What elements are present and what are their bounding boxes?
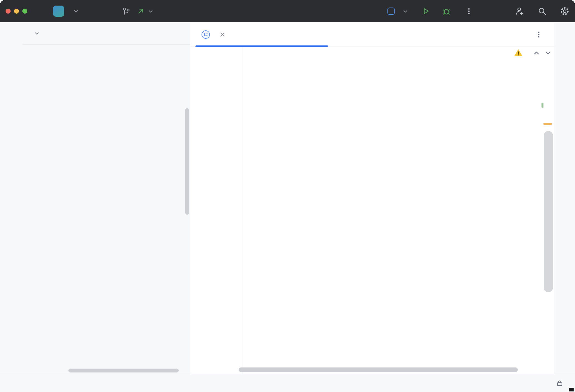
project-panel xyxy=(23,22,190,374)
run-configuration-selector[interactable] xyxy=(387,8,408,15)
project-tree-vertical-scrollbar[interactable] xyxy=(185,108,189,215)
previous-problem-icon[interactable] xyxy=(532,49,541,57)
maximize-window-button[interactable] xyxy=(22,9,27,14)
error-stripe-mark-warning xyxy=(543,123,552,125)
resize-grip xyxy=(569,388,574,391)
branch-widget[interactable] xyxy=(122,0,154,22)
arrow-up-right-icon xyxy=(137,8,144,15)
readonly-lock-icon[interactable] xyxy=(556,379,563,387)
warning-icon[interactable] xyxy=(514,49,523,58)
project-tree-horizontal-scrollbar[interactable] xyxy=(68,369,179,372)
more-vertical-icon[interactable] xyxy=(465,7,473,15)
editor-tab[interactable]: C xyxy=(195,22,232,47)
chevron-down-icon[interactable] xyxy=(148,8,154,14)
add-user-icon[interactable] xyxy=(515,6,524,16)
close-window-button[interactable] xyxy=(6,9,11,14)
run-button[interactable] xyxy=(422,7,430,15)
project-panel-header xyxy=(23,22,190,45)
ide-window: C xyxy=(0,0,575,392)
next-problem-icon[interactable] xyxy=(544,49,552,57)
gutter-separator xyxy=(243,47,243,374)
chevron-down-icon[interactable] xyxy=(34,30,40,37)
editor-options-kebab-icon[interactable] xyxy=(535,30,543,39)
code-area[interactable] xyxy=(190,47,554,374)
class-icon: C xyxy=(202,30,210,39)
error-stripe-mark-green xyxy=(542,103,543,108)
chevron-down-icon xyxy=(402,8,408,14)
close-tab-icon[interactable] xyxy=(219,31,226,38)
chevron-down-icon[interactable] xyxy=(73,8,79,14)
editor-tab-bar: C xyxy=(190,22,554,47)
settings-gear-icon[interactable] xyxy=(560,6,569,16)
inspection-widget xyxy=(499,47,552,59)
titlebar xyxy=(0,0,575,22)
window-controls xyxy=(6,9,27,14)
left-tool-strip xyxy=(0,22,23,374)
right-tool-strip xyxy=(554,22,575,374)
editor: C xyxy=(190,22,554,374)
editor-vertical-scrollbar[interactable] xyxy=(544,131,553,292)
minimize-window-button[interactable] xyxy=(14,9,19,14)
project-badge xyxy=(53,6,64,17)
git-branch-icon xyxy=(122,7,130,15)
editor-horizontal-scrollbar[interactable] xyxy=(239,367,518,372)
search-icon[interactable] xyxy=(538,7,547,16)
debug-button[interactable] xyxy=(442,7,451,16)
status-bar xyxy=(0,374,575,392)
run-config-icon xyxy=(387,8,395,15)
